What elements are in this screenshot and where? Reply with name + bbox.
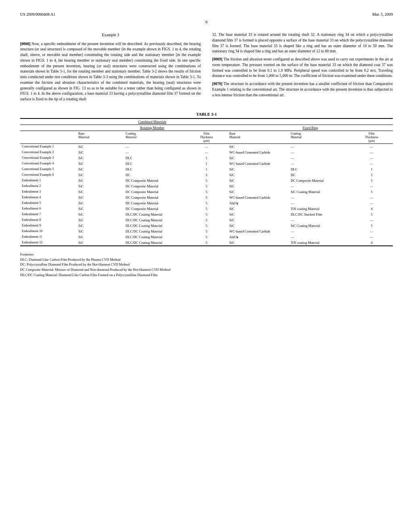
row-base2: SiC xyxy=(228,240,289,246)
row-coating: DLC/DC Coating Material xyxy=(124,223,185,229)
row-coating2: TiN coating Material xyxy=(289,206,350,212)
row-coating: DLC/DC Coating Material xyxy=(124,217,185,223)
page-header: US 2009/0060408 A1 Mar. 5, 2009 xyxy=(20,12,393,17)
row-base2: Al₂O₃ xyxy=(228,234,289,240)
row-coating2: — xyxy=(289,195,350,200)
fixed-ring-header: Fixed Ring xyxy=(228,125,393,131)
row-base: SiC xyxy=(77,217,124,223)
row-base2: WC-based Cemented Carbide xyxy=(228,150,289,155)
row-base2: SiC xyxy=(228,189,289,195)
col-film-thickness2: FilmThickness(μm) xyxy=(350,131,393,143)
row-label: Embodiment 12 xyxy=(20,240,77,246)
section-title: Example 3 xyxy=(20,32,201,38)
row-film: 1 xyxy=(185,161,227,166)
table-row: Conventional Example 4 SiC DLC 1 WC-base… xyxy=(20,161,393,166)
row-base: SiC xyxy=(77,150,124,155)
table-row: Embodiment 12 SiC DLC/DC Coating Materia… xyxy=(20,240,393,246)
para-right-1: 32. The base material 33 is rotated arou… xyxy=(212,32,393,54)
table-title: TABLE 3-1 xyxy=(20,112,393,116)
row-film2: 4 xyxy=(350,240,393,246)
row-coating: DLC xyxy=(124,166,185,172)
footnote-dc: DC: Polycrystalline Diamond Film Produce… xyxy=(20,262,393,267)
table-3-1: Combined Materials Rotating Member Fixed… xyxy=(20,118,393,248)
table-row: Conventional Example 6 SiC DC 5 SiC DC 5 xyxy=(20,172,393,178)
row-coating2: — xyxy=(289,143,350,150)
row-coating: DC xyxy=(124,172,185,178)
row-base2: WC-based Cemented Carbide xyxy=(228,195,289,200)
row-base2: SiC xyxy=(228,155,289,161)
para-0070-text: The structure in accordance with the pre… xyxy=(212,82,393,97)
para-0068-text: Now, a specific embodiment of the presen… xyxy=(20,42,201,102)
row-base2: WC-based Cemented Carbide xyxy=(228,161,289,166)
row-film: 5 xyxy=(185,212,227,217)
row-film: 5 xyxy=(185,240,227,246)
row-coating: DLC xyxy=(124,161,185,166)
row-base2: SiC xyxy=(228,143,289,150)
row-film: 5 xyxy=(185,217,227,223)
row-label: Embodiment 6 xyxy=(20,206,77,212)
row-base2: SiC xyxy=(228,206,289,212)
row-film: 5 xyxy=(185,200,227,206)
row-film2: — xyxy=(350,183,393,189)
table-row: Embodiment 7 SiC DLC/DC Coating Material… xyxy=(20,212,393,217)
row-coating2: — xyxy=(289,155,350,161)
row-label: Embodiment 11 xyxy=(20,234,77,240)
table-row: Embodiment 1 SiC DC Composite Material 5… xyxy=(20,178,393,183)
footnote-dc-composite: DC Composite Material: Mixture of Diamon… xyxy=(20,267,393,272)
row-base2: WC-based Cemented Carbide xyxy=(228,229,289,234)
patent-date: Mar. 5, 2009 xyxy=(372,12,393,17)
row-label: Embodiment 3 xyxy=(20,189,77,195)
main-content: Example 3 [0068] Now, a specific embodim… xyxy=(20,32,393,105)
footnotes-title: Footnotes xyxy=(20,252,393,257)
footnote-dlc: DLC: Diamond Like Carbon Film Produced b… xyxy=(20,257,393,262)
row-coating2: SiC Coating Material xyxy=(289,223,350,229)
para-0069: [0069] The friction and abrasion tester … xyxy=(212,57,393,79)
row-base: SiC xyxy=(77,223,124,229)
table-row: Embodiment 4 SiC DC Composite Material 5… xyxy=(20,195,393,200)
row-base: SiC xyxy=(77,206,124,212)
footnote-dlcdc: DLC/DC Coating Material: Diamond Like Ca… xyxy=(20,272,393,278)
row-base2: SiC xyxy=(228,217,289,223)
row-label: Embodiment 8 xyxy=(20,217,77,223)
row-base: SiC xyxy=(77,240,124,246)
row-coating: DLC/DC Coating Material xyxy=(124,240,185,246)
row-coating2: — xyxy=(289,234,350,240)
row-base2: SiC xyxy=(228,172,289,178)
row-label: Conventional Example 4 xyxy=(20,161,77,166)
row-film2: — xyxy=(350,217,393,223)
row-coating: DLC/DC Coating Material xyxy=(124,229,185,234)
row-coating2: DC xyxy=(289,172,350,178)
row-film2: — xyxy=(350,195,393,200)
row-film: — xyxy=(185,143,227,150)
row-coating2: TiN coating Material xyxy=(289,240,350,246)
row-base: SiC xyxy=(77,229,124,234)
table-section: TABLE 3-1 Combined Materials Rotating Me… xyxy=(20,112,393,278)
col-film-thickness: FilmThickness(μm) xyxy=(185,131,227,143)
row-base: SiC xyxy=(77,200,124,206)
table-row: Embodiment 5 SiC DC Composite Material 5… xyxy=(20,200,393,206)
table-row: Conventional Example 2 SiC — — WC-based … xyxy=(20,150,393,155)
row-film: 5 xyxy=(185,178,227,183)
row-film2: — xyxy=(350,161,393,166)
row-coating2: DC Composite Material xyxy=(289,178,350,183)
row-label: Embodiment 7 xyxy=(20,212,77,217)
right-column: 32. The base material 33 is rotated arou… xyxy=(212,32,393,105)
para-0069-text: The friction and abrasion tester configu… xyxy=(212,57,393,78)
table-row: Conventional Example 1 SiC — — SiC — — xyxy=(20,143,393,150)
row-film: — xyxy=(185,150,227,155)
row-base: SiC xyxy=(77,143,124,150)
row-base2: SiC xyxy=(228,178,289,183)
row-label: Conventional Example 2 xyxy=(20,150,77,155)
col-coating-material: CoatingMaterial xyxy=(124,131,185,143)
table-row: Conventional Example 5 SiC DLC 1 SiC DLC… xyxy=(20,166,393,172)
row-coating: — xyxy=(124,143,185,150)
table-row: Embodiment 10 SiC DLC/DC Coating Materia… xyxy=(20,229,393,234)
row-coating2: DLC xyxy=(289,166,350,172)
row-coating: DLC/DC Coating Material xyxy=(124,212,185,217)
row-base: SiC xyxy=(77,234,124,240)
row-base: SiC xyxy=(77,212,124,217)
row-coating2: — xyxy=(289,150,350,155)
para-num-0069: [0069] xyxy=(212,57,222,61)
row-label: Conventional Example 3 xyxy=(20,155,77,161)
row-base2: Al₂O₃ xyxy=(228,200,289,206)
